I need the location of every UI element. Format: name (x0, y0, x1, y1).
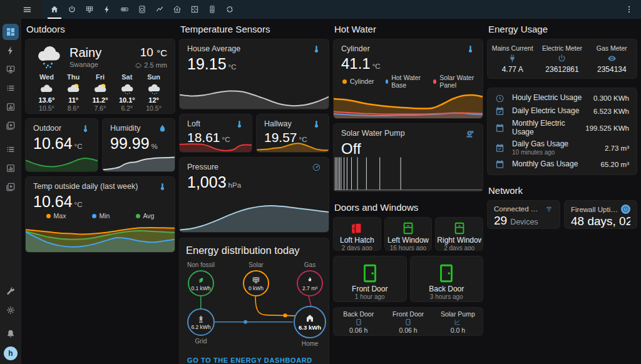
tab-home[interactable] (46, 0, 63, 19)
top-bar (0, 0, 641, 19)
meter-electric[interactable]: Electric Meter 23612861 (537, 44, 587, 74)
play-box-icon (6, 182, 16, 192)
humidity-card[interactable]: Humidity 99.99% (102, 118, 175, 172)
doors-row-2: Front Door 1 hour ago Back Door 3 hours … (333, 256, 483, 302)
thermometer-icon (312, 44, 321, 54)
usage-row-daily-electric[interactable]: Daily Electric Usage 6.523 KWh (495, 106, 629, 116)
stat-solar-pump[interactable]: Solar Pump 0.0 h (433, 310, 483, 334)
pressure-card[interactable]: Pressure 1,003hPa (179, 157, 329, 233)
meter-mains-current[interactable]: Mains Current 4.77 A (488, 44, 537, 74)
bell-icon (6, 329, 16, 339)
tab-media[interactable] (116, 0, 133, 19)
firewall-uptime-value: 48 days, 02:26. (571, 215, 630, 228)
home-export-icon (173, 5, 182, 14)
thermometer-icon (158, 182, 167, 191)
usage-row-daily-gas[interactable]: Daily Gas Usage10 minutes ago 2.73 m³ (495, 140, 629, 156)
wifi-devices-value: 29Devices (494, 214, 553, 228)
sidebar-item-dashboard[interactable] (3, 24, 19, 40)
usage-row-monthly-electric[interactable]: Monthly Electric Usage 199.525 KWh (495, 119, 629, 137)
cylinder-chart (334, 87, 483, 118)
weather-state: Rainy (69, 46, 135, 60)
sidebar-item-developer-tools[interactable] (3, 283, 19, 300)
window-closed-icon (453, 221, 466, 235)
weather-temperature: 10 °C (135, 46, 167, 59)
hallway-sparkline (257, 138, 329, 152)
sidebar-item-energy[interactable] (3, 43, 19, 59)
sensor-name: Humidity (110, 124, 141, 133)
house-average-card[interactable]: House Average 19.15°C (179, 39, 329, 109)
flame-icon (305, 276, 314, 285)
weather-forecast: Wed 13.6° 10.5° Thu 11° 8.6° Fri (33, 73, 167, 112)
chart-legend: Max Min Avg (33, 212, 167, 220)
window-card-left[interactable]: Left Window 16 hours ago (384, 217, 433, 251)
tab-charts[interactable] (151, 0, 168, 19)
sidebar-item-cameras-2[interactable] (3, 179, 19, 195)
energy-node-home[interactable]: 6.3 kWh (294, 306, 326, 338)
lightning-bolt-icon (103, 5, 111, 14)
user-avatar[interactable]: h (4, 346, 18, 360)
tab-sync[interactable] (221, 0, 238, 19)
stat-back-door[interactable]: Back Door 0.06 h (334, 310, 383, 334)
solar-water-pump-card[interactable]: Solar Water Pump Off (333, 123, 483, 192)
hallway-card[interactable]: Hallway 19.57°C (256, 114, 329, 153)
temp-week-card[interactable]: Temp outside daily (last week) 10.64°C M… (25, 176, 175, 253)
sync-icon (225, 5, 234, 14)
tab-power[interactable] (63, 0, 81, 19)
forecast-day: Fri 11.2° 7.6° (87, 73, 114, 112)
tab-house[interactable] (168, 0, 186, 19)
energy-distribution-title: Energy distribution today (186, 245, 322, 256)
wifi-devices-card[interactable]: Connected WiFi Devic... 29Devices (487, 200, 560, 229)
loft-card[interactable]: Loft 18.61°C (179, 114, 252, 153)
usage-row-hourly-electric[interactable]: Houly Electric Usage 0.300 KWh (495, 94, 629, 103)
outdoor-temperature-card[interactable]: Outdoor 10.64°C (25, 118, 98, 172)
sensor-value: 41.1°C (341, 55, 475, 73)
rain-cloud-icon (135, 61, 142, 69)
weather-card[interactable]: Rainy Swanage 10 °C 2.5 mm Wed 13.6° 10.… (25, 39, 175, 114)
tab-appliances[interactable] (133, 0, 151, 19)
energy-node-gas[interactable]: 2.7 m³ (297, 270, 323, 296)
tab-energy[interactable] (98, 0, 116, 19)
open-time-stats-card: Back Door 0.06 h Front Door 0.06 h Solar… (333, 307, 483, 336)
home-icon (50, 5, 59, 14)
humidity-sparkline (103, 150, 175, 171)
sidebar-item-settings[interactable] (3, 302, 19, 318)
sidebar-item-cameras[interactable] (3, 118, 19, 134)
pump-history-chart (334, 155, 483, 191)
forecast-day: Thu 11° 8.6° (60, 73, 87, 112)
column-outdoors: Outdoors Rainy Swanage 10 °C 2.5 mm (25, 19, 175, 364)
sidebar-item-list-2[interactable] (3, 141, 19, 158)
door-card-back[interactable]: Back Door 3 hours ago (410, 256, 484, 302)
section-title-energy-usage: Energy Usage (488, 21, 636, 36)
sensor-value: 19.15°C (187, 55, 321, 73)
energy-node-solar[interactable]: 0 kWh (243, 270, 269, 296)
door-card-loft-hatch[interactable]: Loft Hatch 2 days ago (333, 217, 381, 251)
remote-icon (120, 5, 129, 14)
leaf-icon (197, 276, 205, 285)
sidebar-item-list[interactable] (3, 80, 19, 96)
menu-icon[interactable] (23, 5, 32, 14)
door-card-front[interactable]: Front Door 1 hour ago (333, 256, 407, 302)
sidebar-item-media[interactable] (3, 61, 19, 78)
tab-solar[interactable] (81, 0, 98, 19)
firewall-uptime-card[interactable]: Firewall Uptime 48 days, 02:26. (564, 200, 637, 229)
play-box-icon (6, 121, 16, 131)
water-drop-icon (158, 124, 167, 133)
meter-gas[interactable]: Gas Meter 2354134 (587, 44, 637, 74)
sidebar-item-charts[interactable] (3, 99, 19, 115)
network-cards: Connected WiFi Devic... 29Devices Firewa… (487, 200, 637, 229)
transmission-tower-icon (197, 315, 205, 323)
calendar-check-icon (495, 106, 505, 116)
sidebar-item-charts-2[interactable] (3, 160, 19, 176)
tab-floorplan[interactable] (186, 0, 203, 19)
energy-node-non-fossil[interactable]: 0.1 kWh (188, 270, 214, 296)
tab-speakers[interactable] (203, 0, 221, 19)
usage-row-monthly-gas[interactable]: Monthly Gas Usage 65.20 m³ (495, 159, 629, 169)
cylinder-card[interactable]: Cylinder 41.1°C Cylinder Hot Water Base … (333, 39, 483, 119)
stat-front-door[interactable]: Front Door 0.06 h (383, 310, 433, 334)
window-card-right[interactable]: Right Window 2 days ago (435, 217, 483, 251)
notifications-button[interactable] (3, 326, 19, 342)
column-hot-water: Hot Water Cylinder 41.1°C Cylinder Hot W… (333, 19, 483, 364)
energy-node-grid[interactable]: 6.2 kWh (187, 308, 215, 336)
overflow-menu-icon[interactable] (625, 5, 633, 14)
energy-dashboard-link[interactable]: GO TO THE ENERGY DASHBOARD (187, 356, 312, 364)
